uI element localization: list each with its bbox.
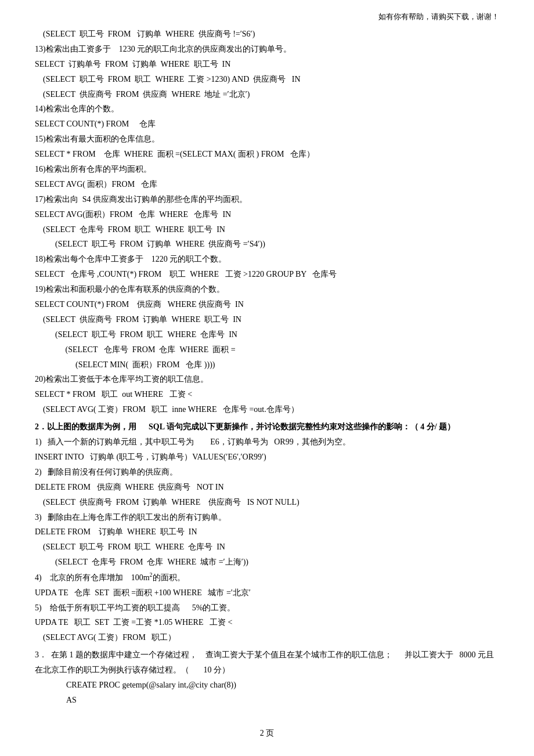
item3-sql2: (SELECT 职工号 FROM 职工 WHERE 仓库号 IN bbox=[35, 540, 499, 555]
line-13-sql1: SELECT 订购单号 FROM 订购单 WHERE 职工号 IN bbox=[35, 57, 499, 72]
line-20-sql1: SELECT * FROM 职工 out WHERE 工资 < bbox=[35, 387, 499, 402]
line-20-desc: 20)检索出工资低于本仓库平均工资的职工信息。 bbox=[35, 372, 499, 387]
line-13-desc: 13)检索出由工资多于 1230 元的职工向北京的供应商发出的订购单号。 bbox=[35, 42, 499, 57]
item4-desc: 4) 北京的所有仓库增加 100m2的面积。 bbox=[35, 570, 499, 585]
line-19-sql3: (SELECT 职工号 FROM 职工 WHERE 仓库号 IN bbox=[35, 327, 499, 342]
item5-sql2: (SELECT AVG( 工资）FROM 职工） bbox=[35, 630, 499, 645]
page-container: 如有你有帮助，请购买下载，谢谢！ (SELECT 职工号 FROM 订购单 WH… bbox=[0, 0, 534, 756]
line-19-desc: 19)检索出和面积最小的仓库有联系的供应商的个数。 bbox=[35, 282, 499, 297]
line-14-desc: 14)检索出仓库的个数。 bbox=[35, 102, 499, 117]
line-17-sql3: (SELECT 职工号 FROM 订购单 WHERE 供应商号 =′S4′)) bbox=[35, 237, 499, 252]
item3-desc: 3) 删除由在上海仓库工作的职工发出的所有订购单。 bbox=[35, 510, 499, 525]
item5-sql1: UPDA TE 职工 SET 工资 =工资 *1.05 WHERE 工资 < bbox=[35, 615, 499, 630]
line-13-sql2: (SELECT 职工号 FROM 职工 WHERE 工资 >1230) AND … bbox=[35, 72, 499, 87]
item3-sql1: DELETE FROM 订购单 WHERE 职工号 IN bbox=[35, 525, 499, 540]
section3-header: 3． 在第 1 题的数据库中建立一个存储过程， 查询工资大于某个值且在某个城市工… bbox=[35, 648, 499, 678]
line-17-sql2: (SELECT 仓库号 FROM 职工 WHERE 职工号 IN bbox=[35, 222, 499, 237]
content-block: (SELECT 职工号 FROM 订购单 WHERE 供应商号 !=′S6′) … bbox=[35, 27, 499, 708]
page-number: 2 页 bbox=[260, 729, 275, 737]
item2-sql2: (SELECT 供应商号 FROM 订购单 WHERE 供应商号 IS NOT … bbox=[35, 495, 499, 510]
item1-sql: INSERT INTO 订购单 (职工号，订购单号）VALUES(′E6′,′O… bbox=[35, 450, 499, 465]
item5-desc: 5) 给低于所有职工平均工资的职工提高 5%的工资。 bbox=[35, 601, 499, 616]
line-19-sql5: (SELECT MIN( 面积）FROM 仓库 )))) bbox=[35, 357, 499, 372]
page-footer: 2 页 bbox=[0, 728, 534, 739]
top-right-note: 如有你有帮助，请购买下载，谢谢！ bbox=[35, 12, 499, 22]
item1-desc: 1) 插入一个新的订购单元组，其中职工号为 E6，订购单号为 OR99，其他列为… bbox=[35, 435, 499, 450]
line-19-sql4: (SELECT 仓库号 FROM 仓库 WHERE 面积 = bbox=[35, 342, 499, 357]
top-note-text: 如有你有帮助，请购买下载，谢谢！ bbox=[378, 12, 499, 21]
item2-desc: 2) 删除目前没有任何订购单的供应商。 bbox=[35, 465, 499, 480]
line-select-s6: (SELECT 职工号 FROM 订购单 WHERE 供应商号 !=′S6′) bbox=[35, 27, 499, 42]
line-13-sql3: (SELECT 供应商号 FROM 供应商 WHERE 地址 =′北京′) bbox=[35, 87, 499, 102]
section3-sql1: CREATE PROC getemp(@salary int,@city cha… bbox=[58, 678, 499, 693]
line-18-sql: SELECT 仓库号 ,COUNT(*) FROM 职工 WHERE 工资 >1… bbox=[35, 267, 499, 282]
section2-block: 2．以上图的数据库为例，用 SQL 语句完成以下更新操作，并讨论数据完整性约束对… bbox=[35, 419, 499, 645]
line-18-desc: 18)检索出每个仓库中工资多于 1220 元的职工个数。 bbox=[35, 252, 499, 267]
line-15-desc: 15)检索出有最大面积的仓库信息。 bbox=[35, 132, 499, 147]
line-14-sql: SELECT COUNT(*) FROM 仓库 bbox=[35, 117, 499, 132]
line-16-sql: SELECT AVG( 面积）FROM 仓库 bbox=[35, 177, 499, 192]
line-15-sql: SELECT * FROM 仓库 WHERE 面积 =(SELECT MAX( … bbox=[35, 147, 499, 162]
line-20-sql2: (SELECT AVG( 工资）FROM 职工 inne WHERE 仓库号 =… bbox=[35, 402, 499, 417]
line-19-sql2: (SELECT 供应商号 FROM 订购单 WHERE 职工号 IN bbox=[35, 312, 499, 327]
section3-sql2: AS bbox=[58, 693, 499, 708]
item4-sql: UPDA TE 仓库 SET 面积 =面积 +100 WHERE 城市 =′北京… bbox=[35, 585, 499, 601]
line-17-desc: 17)检索出向 S4 供应商发出订购单的那些仓库的平均面积。 bbox=[35, 192, 499, 207]
section2-header: 2．以上图的数据库为例，用 SQL 语句完成以下更新操作，并讨论数据完整性约束对… bbox=[35, 419, 499, 435]
line-16-desc: 16)检索出所有仓库的平均面积。 bbox=[35, 162, 499, 177]
line-17-sql1: SELECT AVG(面积）FROM 仓库 WHERE 仓库号 IN bbox=[35, 207, 499, 222]
section3-block: 3． 在第 1 题的数据库中建立一个存储过程， 查询工资大于某个值且在某个城市工… bbox=[35, 648, 499, 708]
line-19-sql1: SELECT COUNT(*) FROM 供应商 WHERE 供应商号 IN bbox=[35, 297, 499, 312]
item2-sql1: DELETE FROM 供应商 WHERE 供应商号 NOT IN bbox=[35, 480, 499, 495]
item3-sql3: (SELECT 仓库号 FROM 仓库 WHERE 城市 =′上海′)) bbox=[35, 555, 499, 570]
